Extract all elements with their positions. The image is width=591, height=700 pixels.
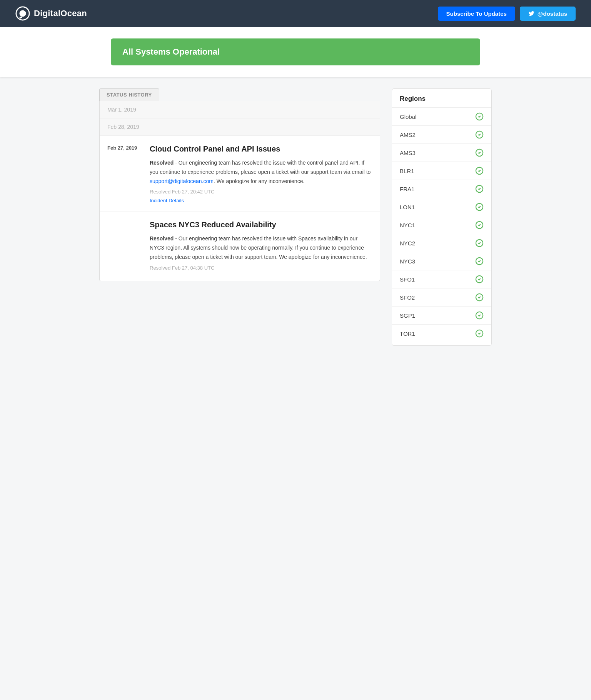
region-ams3-name: AMS3 xyxy=(400,150,416,156)
region-blr1-check-icon xyxy=(475,167,484,175)
region-nyc2-check-icon xyxy=(475,239,484,247)
region-sgp1-check-icon xyxy=(475,311,484,320)
region-blr1-name: BLR1 xyxy=(400,168,414,174)
region-global: Global xyxy=(392,108,491,126)
date-row-1: Feb 28, 2019 xyxy=(100,118,380,136)
region-fra1-name: FRA1 xyxy=(400,186,414,192)
header-buttons: Subscribe To Updates @dostatus xyxy=(438,7,576,21)
incident-0-title: Cloud Control Panel and API Issues xyxy=(150,144,372,154)
region-blr1: BLR1 xyxy=(392,162,491,180)
regions-list: Global AMS2 AMS3 xyxy=(392,108,491,342)
region-sfo1-name: SFO1 xyxy=(400,276,415,283)
region-nyc1-check-icon xyxy=(475,221,484,229)
regions-sidebar: Regions Global AMS2 AMS3 xyxy=(392,88,492,346)
incident-1-timestamp: Resolved Feb 27, 04:38 UTC xyxy=(150,265,372,271)
region-lon1-name: LON1 xyxy=(400,204,415,210)
region-sfo1: SFO1 xyxy=(392,270,491,288)
incident-0: Feb 27, 2019 Cloud Control Panel and API… xyxy=(100,136,380,212)
region-sgp1-name: SGP1 xyxy=(400,312,415,319)
status-banner-text: All Systems Operational xyxy=(122,47,220,57)
region-ams2-check-icon xyxy=(475,130,484,139)
region-fra1: FRA1 xyxy=(392,180,491,198)
regions-title: Regions xyxy=(392,95,491,108)
header: DigitalOcean Subscribe To Updates @dosta… xyxy=(0,0,591,27)
status-history-tab: STATUS HISTORY xyxy=(99,88,159,101)
svg-point-1 xyxy=(19,10,26,17)
svg-rect-3 xyxy=(19,18,21,20)
svg-rect-2 xyxy=(19,17,22,18)
twitter-label: @dostatus xyxy=(538,10,567,17)
twitter-button[interactable]: @dostatus xyxy=(520,7,576,21)
status-banner-wrapper: All Systems Operational xyxy=(0,27,591,77)
region-sfo2: SFO2 xyxy=(392,288,491,307)
region-nyc2: NYC2 xyxy=(392,234,491,252)
region-global-name: Global xyxy=(400,113,416,120)
region-nyc1: NYC1 xyxy=(392,216,491,234)
support-email-link[interactable]: support@digitalocean.com xyxy=(150,178,214,184)
region-nyc3-name: NYC3 xyxy=(400,258,415,265)
region-sgp1: SGP1 xyxy=(392,307,491,325)
region-nyc1-name: NYC1 xyxy=(400,222,415,228)
incident-0-content: Cloud Control Panel and API Issues Resol… xyxy=(150,144,372,204)
region-nyc3: NYC3 xyxy=(392,252,491,270)
region-lon1: LON1 xyxy=(392,198,491,216)
twitter-icon xyxy=(528,10,534,17)
region-nyc2-name: NYC2 xyxy=(400,240,415,247)
incident-0-details-link[interactable]: Incident Details xyxy=(150,198,184,203)
incident-0-update: Resolved - Our engineering team has reso… xyxy=(150,158,372,186)
incident-1-content: Spaces NYC3 Reduced Availability Resolve… xyxy=(150,220,372,273)
subscribe-button[interactable]: Subscribe To Updates xyxy=(438,7,515,21)
incident-1-date xyxy=(107,220,142,273)
incident-0-date: Feb 27, 2019 xyxy=(107,144,142,204)
incident-0-timestamp: Resolved Feb 27, 20:42 UTC xyxy=(150,189,372,195)
incident-1-update: Resolved - Our engineering team has reso… xyxy=(150,234,372,262)
status-banner: All Systems Operational xyxy=(111,38,480,65)
main-content: STATUS HISTORY Mar 1, 2019 Feb 28, 2019 … xyxy=(92,88,499,346)
region-fra1-check-icon xyxy=(475,185,484,193)
region-nyc3-check-icon xyxy=(475,257,484,265)
incident-1-title: Spaces NYC3 Reduced Availability xyxy=(150,220,372,230)
region-tor1-name: TOR1 xyxy=(400,330,415,337)
region-global-check-icon xyxy=(475,112,484,121)
digitalocean-logo-icon xyxy=(15,6,30,21)
region-sfo1-check-icon xyxy=(475,275,484,283)
region-lon1-check-icon xyxy=(475,203,484,211)
region-ams2-name: AMS2 xyxy=(400,132,416,138)
region-sfo2-name: SFO2 xyxy=(400,294,415,301)
region-ams3: AMS3 xyxy=(392,144,491,162)
region-tor1: TOR1 xyxy=(392,325,491,342)
status-history-section: STATUS HISTORY Mar 1, 2019 Feb 28, 2019 … xyxy=(99,88,380,281)
region-sfo2-check-icon xyxy=(475,293,484,302)
logo-container: DigitalOcean xyxy=(15,6,87,21)
date-row-0: Mar 1, 2019 xyxy=(100,101,380,118)
status-history-body: Mar 1, 2019 Feb 28, 2019 Feb 27, 2019 Cl… xyxy=(99,101,380,281)
incident-1: Spaces NYC3 Reduced Availability Resolve… xyxy=(100,212,380,280)
logo-text: DigitalOcean xyxy=(34,8,87,18)
region-ams3-check-icon xyxy=(475,148,484,157)
region-tor1-check-icon xyxy=(475,329,484,338)
region-ams2: AMS2 xyxy=(392,126,491,144)
